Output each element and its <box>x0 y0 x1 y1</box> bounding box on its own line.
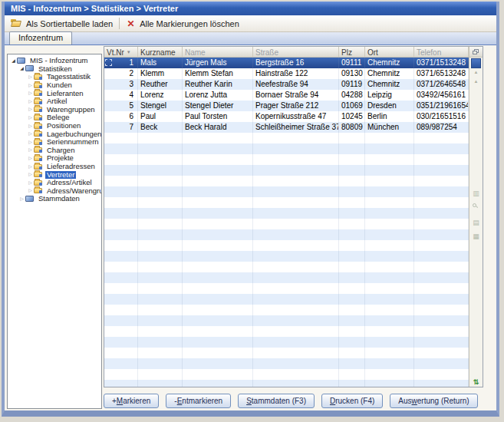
expand-arrow-icon[interactable]: ▷ <box>27 147 34 153</box>
column-header-label: Ort <box>367 48 378 57</box>
column-header-kurzname[interactable]: Kurzname <box>138 47 183 57</box>
tree-item-artikel[interactable]: ▷Artikel <box>8 97 101 106</box>
scroll-to-top-icon[interactable]: ▲ <box>469 70 483 74</box>
table-row-stengel[interactable]: 5StengelStengel DieterPrager Straße 2120… <box>104 101 469 111</box>
expand-arrow-icon[interactable]: ▷ <box>27 123 34 130</box>
empty-row[interactable] <box>104 133 469 143</box>
expand-arrow-icon[interactable]: ▷ <box>27 74 34 81</box>
empty-row[interactable] <box>104 240 469 251</box>
columns-icon[interactable]: ▥ <box>469 190 483 197</box>
expand-arrow-icon[interactable]: ▷ <box>27 106 34 113</box>
empty-row[interactable] <box>104 380 469 387</box>
empty-row[interactable] <box>104 154 469 165</box>
empty-row[interactable] <box>104 358 469 369</box>
tree-item-stammdaten[interactable]: ▷Stammdaten <box>8 195 101 203</box>
column-header-name[interactable]: Name <box>183 47 253 57</box>
empty-cell <box>339 305 365 315</box>
empty-row[interactable] <box>104 165 469 176</box>
empty-cell <box>414 272 469 283</box>
scroll-up-down-icon[interactable]: ⇅ <box>469 378 483 386</box>
expand-arrow-icon[interactable]: ▷ <box>27 82 34 89</box>
empty-cell <box>183 133 253 143</box>
empty-row[interactable] <box>104 369 469 380</box>
empty-row[interactable] <box>104 305 469 315</box>
scroll-up-icon[interactable]: ▲ <box>469 79 483 84</box>
tree-item-label: Belege <box>45 114 71 121</box>
empty-row[interactable] <box>104 229 469 240</box>
stammdaten-f3-button[interactable]: Stammdaten (F3) <box>238 394 315 408</box>
expand-arrow-icon[interactable]: ▷ <box>27 180 34 186</box>
column-header-ort[interactable]: Ort <box>365 47 414 57</box>
empty-cell <box>138 133 183 143</box>
column-header-telefon[interactable]: Telefon <box>414 47 469 57</box>
table-row-klemm[interactable]: 2KlemmKlemm StefanHainstraße 12209130Che… <box>104 68 469 79</box>
expand-arrow-icon[interactable]: ▷ <box>27 187 34 194</box>
auswertung-return-button[interactable]: Auswertung (Return) <box>390 394 477 408</box>
expand-arrow-icon[interactable]: ▷ <box>27 98 34 105</box>
empty-row[interactable] <box>104 219 469 229</box>
empty-cell <box>365 337 414 348</box>
collapse-arrow-icon[interactable]: ◢ <box>18 65 25 72</box>
empty-row[interactable] <box>104 294 469 305</box>
tree-item-mis-infozentrum[interactable]: ◢MIS - Infozentrum <box>8 57 101 65</box>
expand-arrow-icon[interactable]: ▷ <box>27 155 34 162</box>
empty-cell <box>365 358 414 369</box>
empty-cell <box>183 208 253 219</box>
table-row-lorenz[interactable]: 4LorenzLorenz JuttaBornaer Straße 940428… <box>104 90 469 101</box>
empty-row[interactable] <box>104 186 469 197</box>
entmarkieren-button[interactable]: - Entmarkieren <box>166 394 231 408</box>
empty-cell <box>183 272 253 283</box>
empty-row[interactable] <box>104 208 469 219</box>
grid-corner-button[interactable] <box>469 47 483 58</box>
empty-row[interactable] <box>104 176 469 186</box>
empty-cell <box>253 197 339 208</box>
drucken-f4-button[interactable]: Drucken (F4) <box>321 394 383 408</box>
empty-row[interactable] <box>104 251 469 262</box>
expand-arrow-icon[interactable]: ▷ <box>27 171 34 178</box>
collapse-arrow-icon[interactable]: ◢ <box>10 58 17 64</box>
folder-icon <box>34 114 44 122</box>
expand-arrow-icon[interactable]: ▷ <box>27 130 34 137</box>
empty-cell <box>339 337 365 348</box>
column-header-plz[interactable]: Plz <box>339 47 365 57</box>
tree-item-kunden[interactable]: ▷Kunden <box>8 81 101 90</box>
clear-marks-button[interactable]: Alle Markierungen löschen <box>123 18 244 30</box>
markieren-button[interactable]: + Markieren <box>104 394 159 408</box>
empty-row[interactable] <box>104 283 469 294</box>
empty-cell <box>414 369 469 380</box>
expand-arrow-icon[interactable]: ▷ <box>27 114 34 121</box>
table-row-reuther[interactable]: 3ReutherReuther KarinNeefestraße 9409119… <box>104 79 469 90</box>
empty-row[interactable] <box>104 143 469 154</box>
table-row-beck[interactable]: 7BeckBeck HaraldSchleißheimer Straße 378… <box>104 122 469 133</box>
scrollbar-thumb[interactable] <box>471 58 481 68</box>
empty-cell <box>138 358 183 369</box>
expand-arrow-icon[interactable]: ▷ <box>27 163 34 170</box>
tree-item-lieferadressen[interactable]: ▷Lieferadressen <box>8 163 101 171</box>
load-sort-table-button[interactable]: Als Sortiertabelle laden <box>8 18 117 30</box>
empty-row[interactable] <box>104 348 469 358</box>
empty-row[interactable] <box>104 326 469 337</box>
expand-arrow-icon[interactable]: ▷ <box>27 139 34 146</box>
empty-cell <box>414 240 469 251</box>
list-view-icon[interactable]: ▤ <box>469 219 483 226</box>
tree-item-adress-artikel[interactable]: ▷Adress/Artikel <box>8 179 101 187</box>
empty-row[interactable] <box>104 315 469 326</box>
table-row-paul[interactable]: 6PaulPaul TorstenKopernikusstraße 471024… <box>104 111 469 122</box>
tree-item-seriennummern[interactable]: ▷Seriennummern <box>8 138 101 147</box>
sort-indicator-icon: ▼ <box>127 50 131 54</box>
empty-cell <box>414 251 469 262</box>
empty-row[interactable] <box>104 262 469 272</box>
tree-item-positionen[interactable]: ▷Positionen <box>8 122 101 130</box>
empty-row[interactable] <box>104 272 469 283</box>
empty-cell <box>414 358 469 369</box>
table-row-mals[interactable]: 1MalsJürgen MalsBergstraße 1609111Chemni… <box>104 58 469 68</box>
column-header-stra-e[interactable]: Straße <box>253 47 339 57</box>
empty-row[interactable] <box>104 337 469 348</box>
tab-infozentrum[interactable]: Infozentrum <box>9 31 72 45</box>
expand-arrow-icon[interactable]: ▷ <box>27 90 34 97</box>
content-area: ◢MIS - Infozentrum◢Statistiken▷Tagesstat… <box>5 45 496 410</box>
expand-arrow-icon[interactable]: ▷ <box>18 196 25 203</box>
empty-row[interactable] <box>104 197 469 208</box>
grid-view-icon[interactable]: ▦ <box>469 232 483 240</box>
column-header-vt-nr[interactable]: Vt.Nr▼ <box>104 47 138 57</box>
